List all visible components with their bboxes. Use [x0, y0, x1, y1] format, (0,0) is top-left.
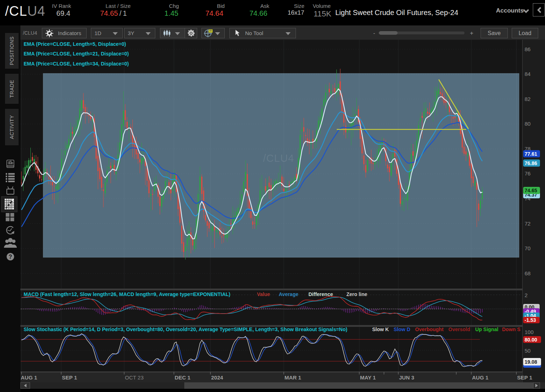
svg-text:19.08: 19.08 — [525, 359, 537, 365]
svg-text:AUG 1: AUG 1 — [21, 374, 37, 381]
svg-text:MAR 1: MAR 1 — [284, 374, 301, 381]
svg-text:SEP 1: SEP 1 — [62, 374, 77, 381]
svg-text:Average: Average — [279, 291, 298, 297]
svg-text:SEP 1: SEP 1 — [517, 374, 532, 381]
svg-text:50: 50 — [525, 348, 531, 354]
svg-text:100: 100 — [525, 329, 534, 335]
svg-text:74.65: 74.65 — [525, 188, 537, 193]
svg-text:JUN 3: JUN 3 — [399, 374, 414, 381]
svg-text:MACD (Fast length=12, Slow len: MACD (Fast length=12, Slow length=26, MA… — [24, 291, 230, 297]
svg-text:80.00: 80.00 — [525, 337, 537, 343]
svg-text:MAY 1: MAY 1 — [360, 374, 376, 381]
svg-text:68: 68 — [525, 270, 531, 276]
svg-text:82: 82 — [525, 96, 531, 102]
svg-text:Value: Value — [257, 291, 270, 297]
svg-text:80: 80 — [525, 121, 531, 127]
svg-text:AUG 1: AUG 1 — [472, 374, 488, 381]
svg-text:Difference: Difference — [308, 291, 333, 297]
svg-text:/CLU4: /CLU4 — [263, 153, 294, 164]
svg-text:OCT 23: OCT 23 — [125, 374, 143, 381]
svg-text:2024: 2024 — [211, 374, 223, 381]
svg-text:Zero line: Zero line — [346, 291, 368, 297]
svg-text:EMA (Price=CLOSE, Length=5, Di: EMA (Price=CLOSE, Length=5, Displace=0) — [24, 41, 126, 47]
svg-text:76.86: 76.86 — [525, 160, 537, 166]
svg-text:70: 70 — [525, 245, 531, 251]
svg-text:DEC 1: DEC 1 — [175, 374, 190, 381]
svg-text:2: 2 — [525, 292, 527, 298]
svg-text:72: 72 — [525, 221, 531, 227]
svg-text:86: 86 — [525, 46, 531, 52]
svg-text:EMA (Price=CLOSE, Length=34, D: EMA (Price=CLOSE, Length=34, Displace=0) — [24, 61, 129, 67]
svg-text:Down S: Down S — [502, 326, 520, 332]
svg-text:EMA (Price=CLOSE, Length=21, D: EMA (Price=CLOSE, Length=21, Displace=0) — [24, 51, 129, 57]
svg-text:Slow Stochastic (K Period=14,: Slow Stochastic (K Period=14, D Period=3… — [24, 326, 347, 332]
svg-text:77.61: 77.61 — [525, 151, 537, 157]
svg-text:-1.53: -1.53 — [525, 317, 536, 323]
svg-text:76: 76 — [525, 170, 531, 176]
svg-text:Oversold: Oversold — [448, 326, 470, 332]
svg-text:84: 84 — [525, 71, 531, 77]
svg-text:Slow K: Slow K — [372, 326, 389, 332]
svg-text:?: ? — [9, 254, 12, 260]
svg-text:Slow D: Slow D — [394, 326, 410, 332]
svg-text:Up Signal: Up Signal — [475, 326, 498, 332]
svg-text:Overbought: Overbought — [415, 326, 444, 332]
